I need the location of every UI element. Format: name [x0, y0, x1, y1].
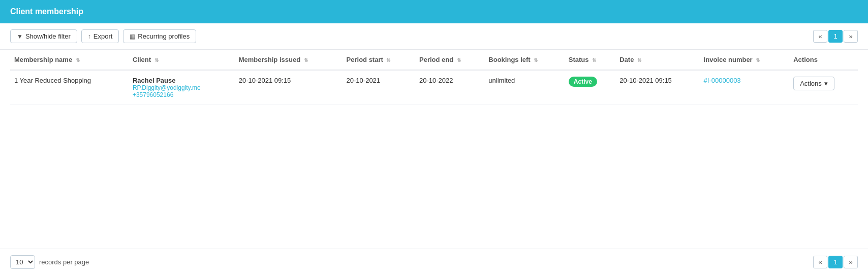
sort-icon-status[interactable]: ⇅ — [592, 57, 596, 63]
page-title: Client membership — [10, 7, 83, 16]
membership-table: Membership name ⇅ Client ⇅ Membership is… — [10, 50, 858, 105]
col-membership-issued: Membership issued ⇅ — [235, 50, 343, 70]
cell-membership-name: 1 Year Reduced Shopping — [10, 70, 129, 105]
status-badge: Active — [569, 77, 597, 87]
pagination-bottom-prev[interactable]: « — [813, 256, 827, 268]
records-per-page-label: records per page — [39, 258, 89, 266]
cell-invoice-number: #I-00000003 — [700, 70, 790, 105]
chevron-down-icon: ▾ — [824, 80, 828, 87]
table-header-row: Membership name ⇅ Client ⇅ Membership is… — [10, 50, 858, 70]
sort-icon-period-end[interactable]: ⇅ — [457, 57, 461, 63]
col-status: Status ⇅ — [565, 50, 615, 70]
sort-icon-client[interactable]: ⇅ — [154, 57, 159, 63]
client-phone: +35796052166 — [133, 91, 231, 98]
client-email[interactable]: RP.Diggity@yodiggity.me — [133, 84, 231, 91]
cell-date: 20-10-2021 09:15 — [615, 70, 699, 105]
cell-client: Rachel Pause RP.Diggity@yodiggity.me +35… — [129, 70, 235, 105]
pagination-top-next[interactable]: » — [844, 30, 858, 43]
actions-button[interactable]: Actions ▾ — [793, 77, 834, 90]
page-header: Client membership — [0, 0, 868, 23]
col-period-end: Period end ⇅ — [415, 50, 484, 70]
sort-icon-period-start[interactable]: ⇅ — [386, 57, 390, 63]
export-button[interactable]: ↑ Export — [81, 29, 119, 43]
pagination-top-page1[interactable]: 1 — [828, 30, 843, 43]
cell-period-end: 20-10-2022 — [415, 70, 484, 105]
sort-icon-membership-issued[interactable]: ⇅ — [304, 57, 308, 63]
show-hide-filter-button[interactable]: ▼ Show/hide filter — [10, 29, 77, 43]
col-actions: Actions — [789, 50, 858, 70]
col-date: Date ⇅ — [615, 50, 699, 70]
client-name: Rachel Pause — [133, 77, 231, 84]
page-wrapper: Client membership ▼ Show/hide filter ↑ E… — [0, 0, 868, 275]
table-row: 1 Year Reduced Shopping Rachel Pause RP.… — [10, 70, 858, 105]
col-invoice-number: Invoice number ⇅ — [700, 50, 790, 70]
toolbar: ▼ Show/hide filter ↑ Export ▦ Recurring … — [0, 23, 868, 50]
pagination-bottom: « 1 » — [813, 256, 858, 268]
pagination-top: « 1 » — [813, 30, 858, 43]
cell-actions: Actions ▾ — [789, 70, 858, 105]
col-membership-name: Membership name ⇅ — [10, 50, 129, 70]
recurring-profiles-button[interactable]: ▦ Recurring profiles — [123, 29, 196, 43]
table-container: Membership name ⇅ Client ⇅ Membership is… — [0, 50, 868, 249]
cell-status: Active — [565, 70, 615, 105]
sort-icon-bookings-left[interactable]: ⇅ — [534, 57, 538, 63]
chart-icon: ▦ — [130, 33, 135, 40]
cell-bookings-left: unlimited — [484, 70, 564, 105]
sort-icon-date[interactable]: ⇅ — [637, 57, 641, 63]
pagination-bottom-next[interactable]: » — [844, 256, 858, 268]
cell-membership-issued: 20-10-2021 09:15 — [235, 70, 343, 105]
pagination-top-prev[interactable]: « — [813, 30, 827, 43]
export-icon: ↑ — [88, 33, 91, 40]
footer: 10 25 50 records per page « 1 » — [0, 249, 868, 275]
invoice-link[interactable]: #I-00000003 — [704, 77, 741, 84]
cell-period-start: 20-10-2021 — [343, 70, 415, 105]
sort-icon-invoice-number[interactable]: ⇅ — [756, 57, 760, 63]
col-period-start: Period start ⇅ — [343, 50, 415, 70]
col-client: Client ⇅ — [129, 50, 235, 70]
filter-icon: ▼ — [17, 33, 23, 40]
records-per-page-select[interactable]: 10 25 50 — [10, 255, 35, 269]
col-bookings-left: Bookings left ⇅ — [484, 50, 564, 70]
sort-icon-membership-name[interactable]: ⇅ — [76, 57, 80, 63]
pagination-bottom-page1[interactable]: 1 — [828, 256, 843, 268]
